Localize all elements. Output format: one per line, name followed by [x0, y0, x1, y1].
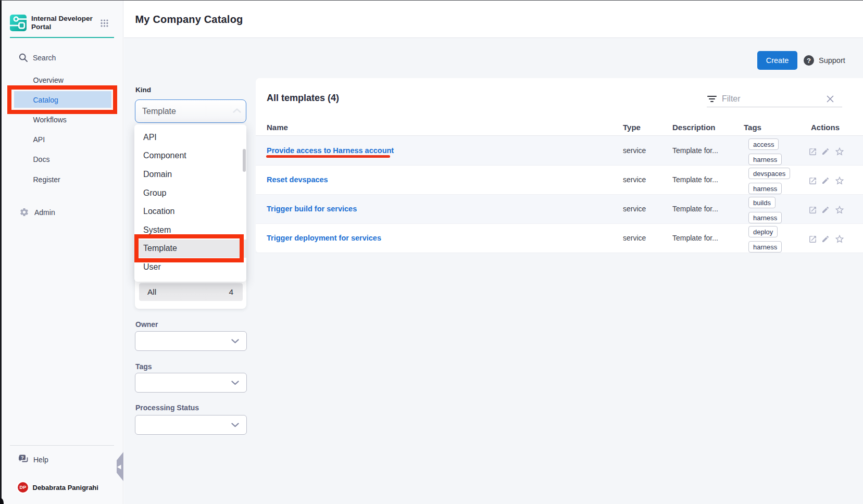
svg-text:?: ?: [21, 455, 24, 460]
